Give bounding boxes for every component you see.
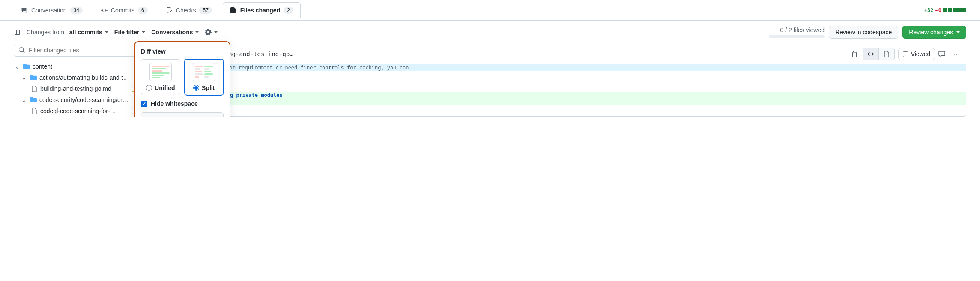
diff-row: 196 {% endif %} (145, 78, 966, 85)
chevron-down-icon: ⌄ (14, 63, 21, 70)
folder-icon (23, 63, 30, 70)
code-icon (867, 51, 874, 57)
diff-settings-dropdown[interactable] (205, 29, 218, 36)
files-viewed-label: 0 / 2 files viewed (780, 27, 825, 33)
additions-count: +32 (924, 7, 934, 13)
folder-icon (30, 74, 37, 81)
diff-row-addition: 198 + ### Accessing private modules (145, 92, 966, 99)
diff-blocks (943, 8, 966, 12)
hunk-header-row: you have a custom requirement or need fi… (145, 64, 966, 71)
hide-whitespace-checkbox[interactable]: ✓ Hide whitespace (141, 100, 224, 107)
progress-bar (769, 35, 825, 38)
conversations-dropdown[interactable]: Conversations (151, 29, 199, 36)
review-changes-button[interactable]: Review changes (902, 26, 966, 39)
caret-down-icon (195, 31, 199, 33)
tree-label: codeql-code-scanning-for-… (40, 108, 129, 114)
diff-table: you have a custom requirement or need fi… (145, 64, 966, 105)
tab-files-count: 2 (284, 7, 293, 14)
diff-row-addition: 199 + (145, 99, 966, 105)
tab-conversation-count: 34 (70, 7, 83, 14)
split-preview-icon (193, 63, 215, 81)
tab-checks-label: Checks (176, 7, 196, 14)
file-header: ⌄ ds-and-tests/building-and-testing-go… … (145, 44, 966, 64)
caret-down-icon (214, 31, 218, 33)
pr-toolbar: Changes from all commits File filter Con… (0, 21, 980, 44)
gear-icon (205, 29, 212, 36)
checklist-icon (166, 7, 173, 14)
sidebar-collapse-icon[interactable] (14, 29, 21, 36)
tab-checks[interactable]: Checks 57 (158, 2, 219, 18)
viewed-checkbox-input[interactable] (903, 51, 908, 57)
comment-discussion-icon (21, 7, 28, 14)
caret-down-icon (142, 31, 145, 33)
chevron-down-icon: ⌄ (21, 96, 27, 103)
file-diff-icon (230, 7, 237, 14)
popover-title: Diff view (141, 48, 224, 55)
apply-and-reload-button[interactable]: Apply and reload (141, 112, 224, 117)
filter-files-input-wrap[interactable] (14, 44, 138, 57)
unified-preview-icon (149, 63, 172, 81)
copy-icon[interactable] (852, 51, 858, 57)
diff-row: 197 (145, 85, 966, 92)
source-view-button[interactable] (863, 48, 879, 60)
file-path: ds-and-tests/building-and-testing-go… (160, 51, 847, 57)
comment-icon[interactable] (938, 51, 945, 57)
tab-files-label: Files changed (240, 7, 280, 14)
code-cell: {% endif %} (189, 78, 966, 85)
tree-file-codeql[interactable]: codeql-code-scanning-for-… (14, 105, 138, 117)
diff-stats: +32 −0 (924, 7, 966, 13)
diff-row: 195 (145, 71, 966, 78)
diff-settings-popover: Diff view Unified (134, 41, 230, 117)
diff-view-unified-option[interactable]: Unified (141, 59, 180, 95)
caret-down-icon (105, 31, 108, 33)
file-filter-dropdown[interactable]: File filter (114, 29, 145, 36)
chevron-down-icon: ⌄ (21, 74, 27, 81)
filter-files-input[interactable] (29, 47, 133, 54)
caret-down-icon (956, 31, 960, 33)
tab-commits[interactable]: Commits 6 (93, 2, 155, 18)
tree-label: building-and-testing-go.md (40, 85, 129, 92)
tree-folder-security[interactable]: ⌄ code-security/code-scanning/cr… (14, 94, 138, 105)
file-menu-button[interactable]: ··· (949, 49, 961, 59)
tree-file-building[interactable]: building-and-testing-go.md (14, 83, 138, 94)
deletions-count: −0 (935, 7, 941, 13)
git-commit-icon (101, 7, 108, 14)
file-icon (31, 85, 38, 92)
files-viewed-progress: 0 / 2 files viewed (769, 27, 825, 38)
diff-file: ⌄ ds-and-tests/building-and-testing-go… … (145, 44, 966, 117)
file-icon (883, 51, 890, 57)
changes-from-dropdown[interactable]: Changes from all commits (27, 29, 108, 36)
viewed-checkbox[interactable]: Viewed (898, 48, 935, 60)
tab-conversation[interactable]: Conversation 34 (14, 2, 90, 18)
hunk-text: you have a custom requirement or need fi… (179, 64, 966, 71)
review-in-codespace-button[interactable]: Review in codespace (829, 26, 898, 39)
tab-conversation-label: Conversation (31, 7, 67, 14)
changes-from-prefix: Changes from (27, 29, 64, 36)
checkbox-checked-icon: ✓ (141, 101, 147, 107)
pr-tabnav: Conversation 34 Commits 6 Checks 57 File… (0, 0, 980, 21)
diff-view-split-option[interactable]: Split (185, 59, 224, 95)
tree-label: actions/automating-builds-and-t… (39, 74, 138, 81)
rendered-view-button[interactable] (879, 48, 894, 60)
tab-commits-count: 6 (138, 7, 148, 14)
tab-checks-count: 57 (199, 7, 212, 14)
tree-root-folder[interactable]: ⌄ content (14, 61, 138, 72)
file-tree-panel: ⌄ content ⌄ actions/automating-builds-an… (14, 44, 138, 117)
file-icon (31, 108, 38, 114)
code-cell: ### Accessing private modules (189, 92, 966, 99)
search-icon (18, 47, 25, 54)
radio-icon (146, 85, 152, 91)
tree-label: content (33, 63, 138, 70)
radio-checked-icon (193, 85, 199, 91)
tree-folder-actions[interactable]: ⌄ actions/automating-builds-and-t… (14, 72, 138, 83)
display-mode-toggle (863, 48, 895, 60)
tab-files-changed[interactable]: Files changed 2 (223, 2, 301, 18)
folder-icon (30, 96, 37, 103)
tab-commits-label: Commits (111, 7, 134, 14)
changes-from-value: all commits (69, 29, 102, 36)
tree-label: code-security/code-scanning/cr… (39, 96, 138, 103)
